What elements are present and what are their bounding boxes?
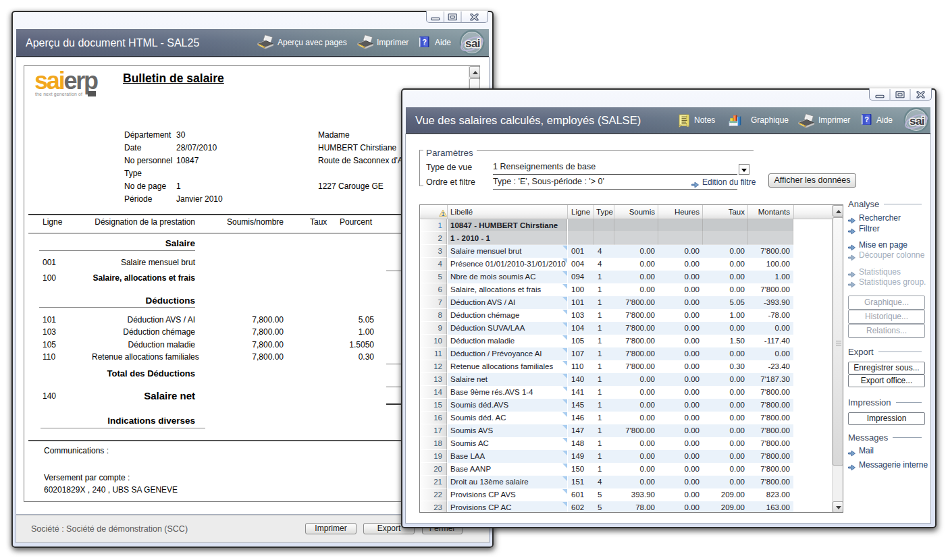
svg-text:sai: sai — [910, 115, 924, 128]
svg-text:?: ? — [422, 38, 427, 46]
svg-text:1: 1 — [442, 211, 445, 217]
svg-text:?: ? — [864, 115, 869, 123]
svg-text:sai: sai — [465, 37, 480, 50]
